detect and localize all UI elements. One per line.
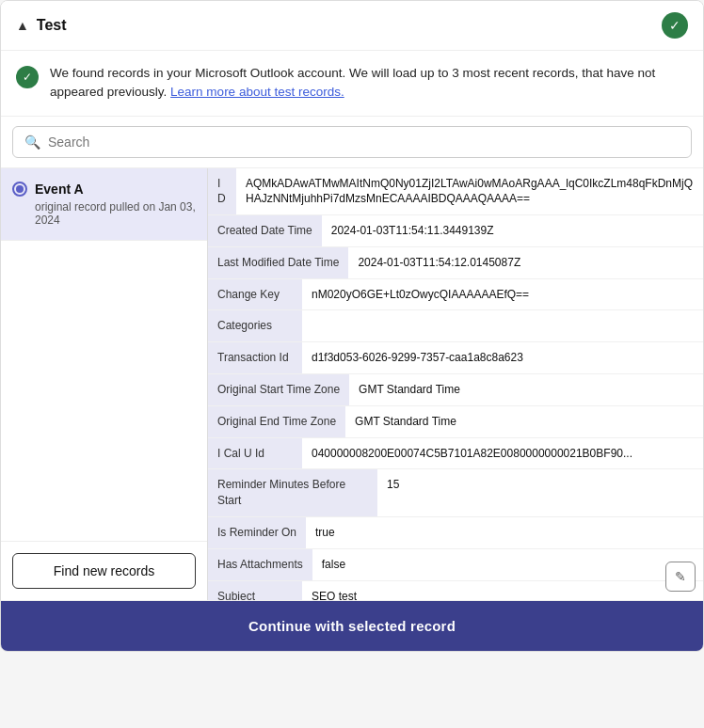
detail-row: Change Key nM020yO6GE+Lt0zOwycQIAAAAAAEf…	[208, 279, 703, 311]
success-check-icon: ✓	[662, 12, 688, 39]
detail-row: Last Modified Date Time 2024-01-03T11:54…	[208, 247, 703, 279]
detail-value-reminder-minutes: 15	[377, 469, 703, 500]
detail-key-reminder-minutes: Reminder Minutes Before Start	[208, 469, 377, 516]
detail-row: Transaction Id d1f3d053-6026-9299-7357-c…	[208, 342, 703, 374]
detail-key-icaluid: I Cal U Id	[208, 438, 302, 469]
edit-action-icon[interactable]: ✎	[665, 562, 696, 593]
detail-value-modified: 2024-01-03T11:54:12.0145087Z	[348, 247, 703, 278]
detail-row: Original End Time Zone GMT Standard Time	[208, 406, 703, 438]
record-name: Event A	[35, 182, 84, 197]
detail-key-endtz: Original End Time Zone	[208, 406, 345, 437]
detail-value-changekey: nM020yO6GE+Lt0zOwycQIAAAAAAEfQ==	[302, 279, 703, 310]
detail-key-categories: Categories	[208, 310, 302, 341]
detail-key-created: Created Date Time	[208, 215, 322, 246]
detail-value-starttz: GMT Standard Time	[349, 374, 703, 405]
detail-value-endtz: GMT Standard Time	[345, 406, 703, 437]
detail-value-icaluid: 040000008200E00074C5B7101A82E00800000000…	[302, 438, 703, 469]
search-container: 🔍	[1, 117, 703, 168]
continue-button[interactable]: Continue with selected record	[1, 601, 703, 651]
detail-row: ID AQMkADAwATMwMAItNmQ0Ny01ZjI2LTAwAi0wM…	[208, 168, 703, 216]
records-list: Event A original record pulled on Jan 03…	[1, 168, 207, 541]
detail-row: Categories	[208, 310, 703, 342]
record-details-inner: ID AQMkADAwATMwMAItNmQ0Ny01ZjI2LTAwAi0wM…	[208, 168, 703, 600]
detail-row: I Cal U Id 040000008200E00074C5B7101A82E…	[208, 438, 703, 470]
detail-key-starttz: Original Start Time Zone	[208, 374, 349, 405]
detail-key-changekey: Change Key	[208, 279, 302, 310]
record-meta: original record pulled on Jan 03, 2024	[12, 200, 196, 227]
info-text: We found records in your Microsoft Outlo…	[50, 64, 688, 103]
detail-row: Created Date Time 2024-01-03T11:54:11.34…	[208, 215, 703, 247]
detail-key-transactionid: Transaction Id	[208, 342, 302, 373]
detail-key-reminder-on: Is Reminder On	[208, 517, 306, 548]
page-title: Test	[37, 17, 67, 34]
search-box: 🔍	[12, 126, 692, 158]
find-records-section: Find new records	[1, 541, 207, 600]
detail-value-reminder-on: true	[306, 517, 703, 548]
info-success-icon: ✓	[16, 66, 39, 88]
header-left: ▲ Test	[16, 17, 67, 34]
detail-value-categories	[302, 310, 703, 325]
detail-key-id: ID	[208, 168, 236, 215]
detail-key-attachments: Has Attachments	[208, 549, 312, 580]
detail-row: Subject SEQ test	[208, 581, 703, 600]
record-details-panel: ID AQMkADAwATMwMAItNmQ0Ny01ZjI2LTAwAi0wM…	[208, 168, 703, 600]
left-panel: Event A original record pulled on Jan 03…	[1, 168, 208, 600]
detail-value-transactionid: d1f3d053-6026-9299-7357-caa1a8c8a623	[302, 342, 703, 373]
detail-row: Has Attachments false	[208, 549, 703, 581]
header: ▲ Test ✓	[1, 1, 703, 51]
list-item[interactable]: Event A original record pulled on Jan 03…	[1, 168, 207, 241]
detail-value-attachments: false	[312, 549, 703, 580]
detail-value-subject: SEQ test	[302, 581, 703, 600]
detail-value-id: AQMkADAwATMwMAItNmQ0Ny01ZjI2LTAwAi0wMAoA…	[236, 168, 703, 215]
search-input[interactable]	[48, 135, 680, 150]
detail-key-modified: Last Modified Date Time	[208, 247, 348, 278]
info-banner: ✓ We found records in your Microsoft Out…	[1, 51, 703, 117]
learn-more-link[interactable]: Learn more about test records.	[170, 85, 344, 99]
detail-row: Original Start Time Zone GMT Standard Ti…	[208, 374, 703, 406]
detail-value-created: 2024-01-03T11:54:11.3449139Z	[322, 215, 703, 246]
app-container: ▲ Test ✓ ✓ We found records in your Micr…	[0, 0, 704, 652]
chevron-up-icon: ▲	[16, 18, 29, 33]
find-new-records-button[interactable]: Find new records	[12, 553, 196, 589]
detail-key-subject: Subject	[208, 581, 302, 600]
main-content: Event A original record pulled on Jan 03…	[1, 168, 703, 601]
search-icon: 🔍	[24, 135, 40, 150]
radio-button[interactable]	[12, 182, 27, 197]
detail-row: Is Reminder On true	[208, 517, 703, 549]
detail-row: Reminder Minutes Before Start 15	[208, 469, 703, 517]
record-item-header: Event A	[12, 182, 196, 197]
